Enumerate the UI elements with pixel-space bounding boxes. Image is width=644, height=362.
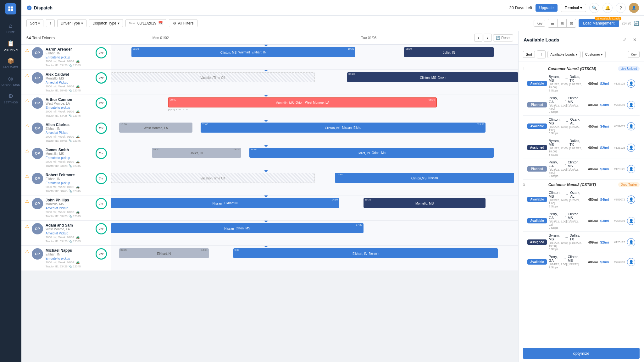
assign-button[interactable]: 👤 <box>627 122 635 130</box>
help-button[interactable]: ? <box>616 3 626 13</box>
loads-customer-dropdown[interactable]: Customer ▾ <box>582 51 606 58</box>
assign-button[interactable]: 👤 <box>627 101 635 109</box>
schedule-block[interactable]: 08:2008:30Joliet, IN <box>152 148 242 158</box>
schedule-block[interactable]: 16:30Clinton,MS Nissan <box>335 173 514 183</box>
terminal-button[interactable]: Terminal ▾ <box>561 4 586 12</box>
load-item: Planned Perry, GA → Clinton, MS [1/24/22… <box>523 94 640 116</box>
reset-button[interactable]: 🔄 Reset <box>493 34 513 41</box>
loads-expand-button[interactable]: ⤢ <box>621 36 629 44</box>
arrow-icon: → <box>565 141 568 145</box>
schedule-block[interactable]: Vacation/Time Off <box>111 173 315 183</box>
driver-schedule[interactable]: 01:3510:30Clinton, MS Walmart Elkhart, I… <box>111 45 518 69</box>
all-filters-button[interactable]: ⚙ All Filters <box>169 19 197 27</box>
schedule-block[interactable]: 01:3510:30Clinton, MS Walmart Elkhart, I… <box>131 47 355 57</box>
schedule-block[interactable]: 02:3512:34Elkhart,IN <box>119 248 209 258</box>
app-logo[interactable] <box>5 3 16 14</box>
optymize-button[interactable]: optymize <box>523 348 640 359</box>
driver-schedule[interactable]: 02:3512:34Elkhart,IN5:00Elkhart, IN Niss… <box>111 246 518 271</box>
sort-button[interactable]: Sort ▾ <box>26 19 43 27</box>
refresh-button[interactable]: 🔄 <box>634 21 639 26</box>
view-toggle: ☰ ⊞ ⊟ <box>548 19 576 28</box>
driver-tractor: Tractor ID: 53428 <box>46 215 68 218</box>
assign-button[interactable]: 👤 <box>627 217 635 225</box>
loads-toolbar: Sort ↑ Available Loads ▾ Customer ▾ Key <box>519 47 644 62</box>
assign-button[interactable]: 👤 <box>627 258 635 266</box>
driver-schedule[interactable]: Vacation/Time Off04:20Clinton, MS Orion <box>111 70 518 95</box>
driver-schedule[interactable]: 08:2008:30Joliet, IN14:00Joliet, IN Orio… <box>111 145 518 170</box>
loads-sort-button[interactable]: Sort <box>523 51 535 58</box>
sidebar-item-home[interactable]: ⌂ HOME <box>0 19 21 37</box>
search-button[interactable]: 🔍 <box>589 3 599 13</box>
driver-warning-icon: ⚠ <box>25 249 29 254</box>
loads-list: 1 Customer Name1 (OTSCM) Live Unload Ava… <box>519 62 644 345</box>
notifications-button[interactable]: 🔔 <box>602 3 613 13</box>
load-cities: Perry, GA → Clinton, MS <box>549 212 583 220</box>
now-line <box>266 120 266 145</box>
sidebar-item-dispatch[interactable]: 📋 DISPATCH <box>0 37 21 54</box>
loads-type-dropdown[interactable]: Available Loads ▾ <box>547 51 580 58</box>
schedule-block[interactable]: 08:0005:00Montello, MS Orion West Monroe… <box>168 97 437 107</box>
driver-trailer: 12345 <box>73 89 81 92</box>
schedule-block[interactable]: 19:35Montello, MS <box>364 198 486 208</box>
schedule-block[interactable]: 14:50Nissan Elkhart,IN <box>111 198 339 208</box>
upgrade-button[interactable]: Upgrade <box>536 4 558 12</box>
driver-week: Week: 01/02 <box>58 160 74 163</box>
dispatch-type-dropdown[interactable]: Dispatch Type ▾ <box>89 19 123 27</box>
user-avatar[interactable]: 👤 <box>629 3 639 13</box>
schedule-block[interactable]: 07:00013:30Clinton,MS Nissan Elkho <box>201 123 486 133</box>
nav-next-button[interactable]: › <box>484 34 492 42</box>
view-list-button[interactable]: ☰ <box>548 19 557 28</box>
loads-close-button[interactable]: ✕ <box>631 36 639 44</box>
schedule-block[interactable]: 04:20Clinton, MS Orion <box>347 72 518 82</box>
driver-location: Elkhart, IN <box>46 253 93 256</box>
assign-button[interactable]: 👤 <box>627 195 635 204</box>
load-to: Clinton, MS <box>568 255 583 262</box>
schedule-block[interactable]: 16:30West Monroe, LA <box>119 123 192 133</box>
sidebar-item-my-loads[interactable]: 📦 MY LOADS <box>0 54 21 72</box>
sidebar-item-settings[interactable]: ⚙ SETTINGS <box>0 90 21 107</box>
content-area: 64 Total Drivers Mon 01/02 Tue 01/03 ‹ ›… <box>21 31 644 362</box>
driver-schedule[interactable]: 16:30West Monroe, LA07:00013:30Clinton,M… <box>111 120 518 145</box>
sort-direction-button[interactable]: ↑ <box>46 19 55 27</box>
schedule-block[interactable]: Vacation/Time Off <box>111 72 315 82</box>
load-cities: Perry, GA → Clinton, MS <box>549 255 583 262</box>
schedule-block[interactable]: 17:30Nissan Cliton, MS <box>111 223 364 233</box>
driver-type-dropdown[interactable]: Driver Type ▾ <box>57 19 86 27</box>
assign-button[interactable]: 👤 <box>627 165 635 173</box>
schedule-block[interactable]: 14:00Joliet, IN Orion Mo <box>249 148 494 158</box>
load-item: Available Clinton, MS → Ozark, AL [1/25/… <box>523 116 640 137</box>
driver-trailer: 12345 <box>73 139 81 142</box>
now-dot <box>264 195 268 197</box>
view-grid-button[interactable]: ⊞ <box>557 19 567 28</box>
trailer-icon: 📎 <box>69 265 72 268</box>
nav-prev-button[interactable]: ‹ <box>474 34 482 42</box>
schedule-block[interactable]: 5:00Elkhart, IN Nissan <box>233 248 498 258</box>
driver-schedule[interactable]: 17:30Nissan Cliton, MS <box>111 221 518 245</box>
driver-week: Week: 01/02 <box>58 236 74 239</box>
driver-schedule[interactable]: 14:50Nissan Elkhart,IN19:35Montello, MS <box>111 195 518 220</box>
driver-schedule[interactable]: Vacation/Time Off16:30Clinton,MS Nissan <box>111 170 518 195</box>
view-columns-button[interactable]: ⊟ <box>567 19 576 28</box>
load-dates: [1/24/22, 9:00] [1/25/22, 22] <box>549 220 583 226</box>
driver-schedule[interactable]: (Appt) 2:00 - 4:0008:0005:00Montello, MS… <box>111 95 518 120</box>
driver-row: ⚠ OP James Smith Montello, MS Enroute to… <box>21 145 518 170</box>
trailer-icon: 📎 <box>69 89 72 92</box>
loads-sort-dir-button[interactable]: ↑ <box>537 50 546 58</box>
sidebar-item-operations[interactable]: ◎ OPERATIONS <box>0 72 21 90</box>
assign-button[interactable]: 👤 <box>627 238 635 246</box>
date-picker[interactable]: Date 03/11/2019 📅 <box>125 19 166 27</box>
date-value: 03/11/2019 <box>137 21 156 25</box>
load-cities: Clinton, MS → Ozark, AL <box>549 118 583 125</box>
key-button[interactable]: Key <box>534 20 545 27</box>
driver-status: Arived at Pickup <box>46 232 93 235</box>
assign-button[interactable]: 👤 <box>627 144 635 152</box>
assign-button[interactable]: 👤 <box>627 80 635 88</box>
schedule-block[interactable]: 15:00Joliet, IN <box>404 47 494 57</box>
driver-trailer: 12345 <box>73 265 81 268</box>
driver-week: Week: 01/02 <box>58 135 74 138</box>
load-from: Byram, MS <box>549 233 564 241</box>
loads-key-button[interactable]: Key <box>628 51 640 58</box>
load-dates: [1/11/22, 12:00] [11/12/22, 19:00] <box>549 241 583 248</box>
driver-location: Montello, MS <box>46 152 93 156</box>
load-item: Available Perry, GA → Clinton, MS [1/24/… <box>523 210 640 232</box>
